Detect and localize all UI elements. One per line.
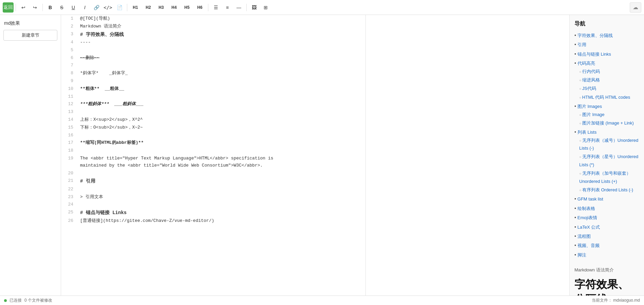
- line-content[interactable]: [77, 201, 365, 209]
- nav-sub-item: JS代码: [579, 84, 639, 92]
- line-number: 17: [61, 139, 77, 147]
- editor-pane[interactable]: 1@[TOC](导航)2Markdown 语法简介3# 字符效果、分隔线4---…: [61, 15, 366, 296]
- undo-button[interactable]: ↩: [18, 2, 29, 13]
- h6-button[interactable]: H6: [194, 2, 206, 13]
- code-line: 24: [61, 201, 365, 209]
- line-number: 1: [61, 15, 77, 23]
- line-content[interactable]: The <abbr title="Hyper Text Markup Langu…: [77, 155, 365, 170]
- code-block-button[interactable]: 📄: [114, 2, 125, 13]
- preview-pane: [366, 15, 569, 296]
- line-content[interactable]: > 引用文本: [77, 193, 365, 201]
- line-content[interactable]: [77, 186, 365, 193]
- main-area: md效果 新建章节 1@[TOC](导航)2Markdown 语法简介3# 字符…: [0, 15, 644, 296]
- code-line: 18: [61, 147, 365, 155]
- doc-title: md效果: [3, 19, 57, 30]
- italic-button[interactable]: I: [79, 2, 90, 13]
- line-number: 10: [61, 85, 77, 93]
- nav-item: 脚注: [574, 251, 639, 259]
- nav-sub-link[interactable]: 无序列表（星号）Unordered Lists (*): [579, 154, 638, 167]
- line-content[interactable]: 上标：X<sup>2</sup>，X^2^: [77, 116, 365, 124]
- divider-3: [127, 4, 127, 11]
- line-content[interactable]: **缩写(同HTML的abbr标签)**: [77, 139, 365, 147]
- nav-link[interactable]: 绘制表格: [577, 206, 595, 211]
- table-button[interactable]: ⊞: [260, 2, 271, 13]
- nav-sub-link[interactable]: 行内代码: [582, 69, 600, 74]
- nav-link[interactable]: 脚注: [577, 252, 586, 258]
- underline-icon: U: [72, 5, 75, 10]
- cloud-save-button[interactable]: ☁: [630, 2, 641, 13]
- strikethrough-button[interactable]: S: [56, 2, 67, 13]
- line-content[interactable]: [77, 147, 365, 155]
- nav-item: 锚点与链接 Links: [574, 50, 639, 58]
- nav-sub-item: 有序列表 Ordered Lists (-): [579, 186, 639, 194]
- nav-link[interactable]: Emoji表情: [577, 215, 598, 220]
- h1-button[interactable]: H1: [129, 2, 141, 13]
- underline-button[interactable]: U: [68, 2, 79, 13]
- sidebar: md效果 新建章节: [0, 15, 61, 296]
- code-line: 9: [61, 77, 365, 85]
- line-content[interactable]: [77, 170, 365, 177]
- code-inline-button[interactable]: </>: [102, 2, 113, 13]
- line-content[interactable]: [普通链接](https://gitee.com/Chave-Z/vue-md-…: [77, 217, 365, 225]
- nav-sub-link[interactable]: 无序列表（加号和嵌套）Unordered Lists (+): [579, 171, 631, 184]
- table-icon: ⊞: [264, 5, 268, 10]
- ol-button[interactable]: ≡: [222, 2, 233, 13]
- line-content[interactable]: # 引用: [77, 177, 365, 185]
- connection-dot: [4, 299, 7, 302]
- line-content[interactable]: **粗体** __粗体__: [77, 85, 365, 93]
- image-button[interactable]: 🖼: [249, 2, 260, 13]
- nav-item: Emoji表情: [574, 214, 639, 222]
- line-content[interactable]: [77, 108, 365, 116]
- nav-sub-link[interactable]: 无序列表（减号）Unordered Lists (-): [579, 138, 638, 151]
- nav-sub-link[interactable]: 图片加链接 (Image + Link): [582, 120, 634, 126]
- h3-button[interactable]: H3: [155, 2, 167, 13]
- nav-sub-link[interactable]: JS代码: [582, 86, 596, 91]
- new-section-button[interactable]: 新建章节: [3, 30, 57, 41]
- link-button[interactable]: 🔗: [91, 2, 102, 13]
- bold-button[interactable]: B: [45, 2, 56, 13]
- line-content[interactable]: # 字符效果、分隔线: [77, 31, 365, 39]
- ul-button[interactable]: ☰: [210, 2, 221, 13]
- back-button[interactable]: 返回: [3, 2, 14, 13]
- line-content[interactable]: [77, 62, 365, 70]
- line-number: 4: [61, 39, 77, 46]
- line-number: 24: [61, 201, 77, 209]
- line-content[interactable]: ~~删除~~: [77, 54, 365, 62]
- nav-sub-item: HTML 代码 HTML codes: [579, 93, 639, 101]
- nav-link[interactable]: 代码高亮: [577, 61, 595, 66]
- connection-status: 已连接: [10, 298, 22, 303]
- line-content[interactable]: 下标：O<sub>2</sub>，X~2~: [77, 124, 365, 132]
- line-content[interactable]: @[TOC](导航): [77, 15, 365, 23]
- line-content[interactable]: Markdown 语法简介: [77, 23, 365, 31]
- line-content[interactable]: [77, 93, 365, 101]
- h4-button[interactable]: H4: [168, 2, 180, 13]
- nav-link[interactable]: 视频、音频: [577, 243, 600, 248]
- nav-link[interactable]: 引用: [577, 42, 586, 47]
- nav-link[interactable]: LaTeX 公式: [577, 225, 600, 230]
- line-content[interactable]: ----: [77, 39, 365, 46]
- line-content[interactable]: ***粗斜体*** ___粗斜体___: [77, 100, 365, 108]
- status-right: 当前文件： mdxiaoguo.md: [592, 298, 640, 303]
- h2-button[interactable]: H2: [142, 2, 154, 13]
- image-icon: 🖼: [252, 5, 257, 10]
- redo-button[interactable]: ↪: [30, 2, 40, 13]
- nav-link[interactable]: 流程图: [577, 234, 591, 239]
- line-content[interactable]: [77, 46, 365, 54]
- line-content[interactable]: *斜体字* _斜体字_: [77, 70, 365, 77]
- hr-button[interactable]: —: [233, 2, 244, 13]
- nav-link[interactable]: GFM task list: [577, 196, 603, 202]
- h5-button[interactable]: H5: [181, 2, 193, 13]
- nav-link[interactable]: 锚点与链接 Links: [577, 52, 611, 57]
- line-content[interactable]: [77, 77, 365, 85]
- nav-sub-link[interactable]: 图片 Image: [582, 112, 605, 117]
- code-line: 8*斜体字* _斜体字_: [61, 70, 365, 77]
- line-content[interactable]: # 锚点与链接 Links: [77, 209, 365, 217]
- code-line: 21# 引用: [61, 177, 365, 185]
- nav-link[interactable]: 列表 Lists: [577, 130, 596, 135]
- nav-sub-link[interactable]: 缩进风格: [582, 77, 600, 82]
- nav-sub-link[interactable]: 有序列表 Ordered Lists (-): [582, 187, 633, 192]
- nav-link[interactable]: 图片 Images: [577, 104, 602, 109]
- nav-link[interactable]: 字符效果、分隔线: [577, 33, 613, 38]
- line-content[interactable]: [77, 132, 365, 139]
- nav-sub-link[interactable]: HTML 代码 HTML codes: [582, 95, 630, 100]
